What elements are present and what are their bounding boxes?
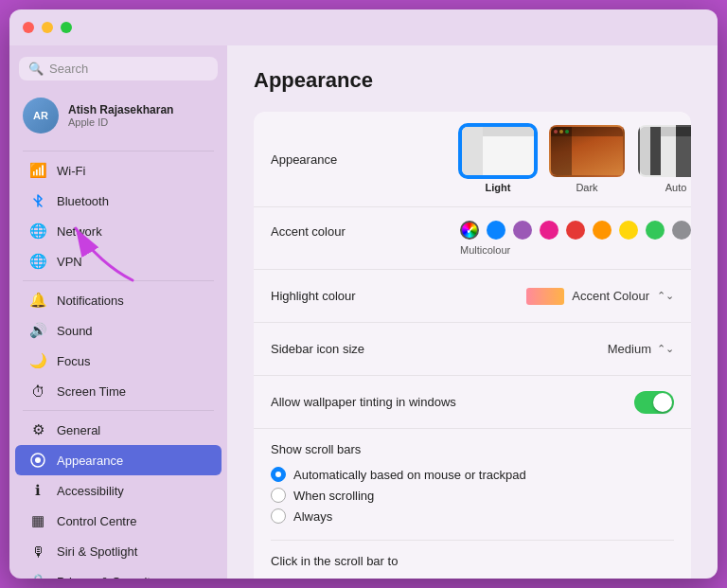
sidebar-item-network-label: Network [57, 224, 102, 239]
wallpaper-tinting-label: Allow wallpaper tinting in windows [271, 395, 460, 409]
auto-preview [638, 125, 691, 177]
scroll-auto-radio[interactable] [271, 467, 286, 482]
accent-colour-row: Accent colour [254, 207, 691, 270]
click-scroll-label: Click in the scroll bar to [271, 554, 674, 568]
siri-icon: 🎙 [28, 542, 47, 561]
colour-dot-blue[interactable] [487, 221, 505, 240]
scroll-always-radio[interactable] [271, 508, 286, 524]
accent-colour-label: Accent colour [271, 221, 460, 239]
colour-dot-green[interactable] [646, 221, 665, 240]
scroll-auto-option[interactable]: Automatically based on mouse or trackpad [271, 464, 674, 485]
sidebar-item-siri-spotlight[interactable]: 🎙 Siri & Spotlight [15, 536, 222, 566]
scroll-always-option[interactable]: Always [271, 506, 674, 526]
click-scroll-bar-section: Click in the scroll bar to Jump to the n… [254, 541, 691, 579]
colour-dot-graphite[interactable] [672, 221, 691, 240]
sidebar-icon-size-row: Sidebar icon size Medium ⌃⌄ [254, 323, 691, 376]
svg-point-1 [35, 457, 41, 463]
sidebar-item-screen-time[interactable]: ⏱ Screen Time [15, 376, 222, 406]
scroll-always-label: Always [293, 509, 332, 524]
sidebar-item-control-centre-label: Control Centre [57, 514, 137, 528]
maximize-button[interactable] [61, 22, 72, 33]
colour-dot-yellow[interactable] [619, 221, 638, 240]
appearance-options: Light [460, 125, 691, 193]
search-bar[interactable]: 🔍 Search [19, 57, 218, 80]
sidebar-item-general[interactable]: ⚙ General [15, 415, 222, 445]
colour-dot-purple[interactable] [513, 221, 532, 240]
highlight-colour-row: Highlight colour Accent Colour ⌃⌄ [254, 270, 691, 323]
sidebar-item-bluetooth[interactable]: Bluetooth [15, 186, 222, 216]
light-label: Light [486, 182, 511, 193]
minimize-button[interactable] [42, 22, 53, 33]
sidebar: 🔍 Search AR Atish Rajasekharan Apple ID [9, 45, 227, 579]
colour-dot-multicolour[interactable] [460, 221, 479, 240]
dark-preview [549, 125, 625, 177]
bluetooth-icon [28, 191, 47, 210]
multicolour-label-container: Multicolour [460, 244, 691, 256]
wallpaper-tinting-control [460, 391, 674, 414]
accent-colour-control: Multicolour [460, 221, 691, 256]
sidebar-item-privacy-security[interactable]: 🔒 Privacy & Security [15, 566, 222, 579]
main-window: 🔍 Search AR Atish Rajasekharan Apple ID [9, 9, 718, 579]
colour-dot-red[interactable] [566, 221, 585, 240]
colour-dot-pink[interactable] [540, 221, 559, 240]
sidebar-item-screen-time-label: Screen Time [57, 384, 126, 399]
appearance-setting-label: Appearance [271, 152, 460, 167]
user-subtitle: Apple ID [68, 116, 173, 128]
click-next-page-option[interactable]: Jump to the next page [271, 576, 674, 579]
sidebar-size-value: Medium [608, 342, 651, 356]
user-name: Atish Rajasekharan [68, 103, 173, 116]
appearance-card-dark[interactable]: Dark [549, 125, 625, 193]
accessibility-icon: ℹ [28, 481, 47, 500]
focus-icon: 🌙 [28, 351, 47, 370]
toggle-knob [653, 393, 672, 412]
sidebar-item-network[interactable]: 🌐 Network [15, 216, 222, 246]
scroll-scrolling-label: When scrolling [293, 489, 374, 503]
user-profile[interactable]: AR Atish Rajasekharan Apple ID [9, 90, 227, 141]
window-content: 🔍 Search AR Atish Rajasekharan Apple ID [9, 45, 718, 579]
sidebar-item-accessibility-label: Accessibility [57, 484, 124, 498]
highlight-colour-selector[interactable]: Accent Colour ⌃⌄ [526, 288, 674, 305]
sidebar-item-wifi[interactable]: 📶 Wi-Fi [15, 155, 222, 186]
sidebar-item-appearance[interactable]: Appearance [15, 445, 222, 475]
control-centre-icon: ▦ [28, 511, 47, 530]
appearance-setting-row: Appearance [254, 112, 691, 207]
search-icon: 🔍 [28, 62, 44, 76]
appearance-card-light[interactable]: Light [460, 125, 536, 193]
sidebar-item-general-label: General [57, 423, 100, 437]
sidebar-item-notifications[interactable]: 🔔 Notifications [15, 285, 222, 315]
sidebar-item-sound-label: Sound [57, 324, 93, 338]
colour-row [460, 221, 691, 240]
close-button[interactable] [23, 22, 34, 33]
sidebar-item-control-centre[interactable]: ▦ Control Centre [15, 506, 222, 536]
dark-label: Dark [576, 182, 597, 193]
sidebar-icon-size-control[interactable]: Medium ⌃⌄ [460, 342, 674, 356]
sidebar-item-sound[interactable]: 🔊 Sound [15, 315, 222, 346]
sidebar-item-focus[interactable]: 🌙 Focus [15, 346, 222, 376]
avatar-initials: AR [33, 110, 48, 121]
sidebar-item-vpn[interactable]: 🌐 VPN [15, 246, 222, 276]
appearance-card-auto[interactable]: Auto [638, 125, 691, 193]
vpn-icon: 🌐 [28, 252, 47, 271]
scroll-auto-label: Automatically based on mouse or trackpad [293, 468, 526, 482]
scroll-scrolling-option[interactable]: When scrolling [271, 485, 674, 506]
highlight-colour-arrows: ⌃⌄ [657, 290, 674, 302]
wallpaper-tinting-row: Allow wallpaper tinting in windows [254, 376, 691, 429]
auto-label: Auto [665, 182, 687, 193]
search-placeholder: Search [49, 62, 88, 76]
multicolour-label: Multicolour [460, 244, 691, 256]
sidebar-item-wifi-label: Wi-Fi [57, 164, 85, 178]
sidebar-item-notifications-label: Notifications [57, 294, 124, 308]
scroll-scrolling-radio[interactable] [271, 488, 286, 503]
sidebar-divider-2 [23, 410, 214, 411]
screen-time-icon: ⏱ [28, 382, 47, 401]
privacy-icon: 🔒 [28, 572, 47, 579]
wallpaper-tinting-toggle[interactable] [634, 391, 674, 414]
wifi-icon: 📶 [28, 161, 47, 180]
colour-dot-orange[interactable] [593, 221, 612, 240]
sidebar-icon-size-label: Sidebar icon size [271, 342, 460, 356]
sidebar-item-accessibility[interactable]: ℹ Accessibility [15, 475, 222, 506]
sidebar-inner: 🔍 Search AR Atish Rajasekharan Apple ID [9, 45, 227, 579]
sidebar-item-appearance-label: Appearance [57, 454, 123, 468]
sidebar-size-selector[interactable]: Medium ⌃⌄ [608, 342, 674, 356]
highlight-colour-control[interactable]: Accent Colour ⌃⌄ [460, 288, 674, 305]
